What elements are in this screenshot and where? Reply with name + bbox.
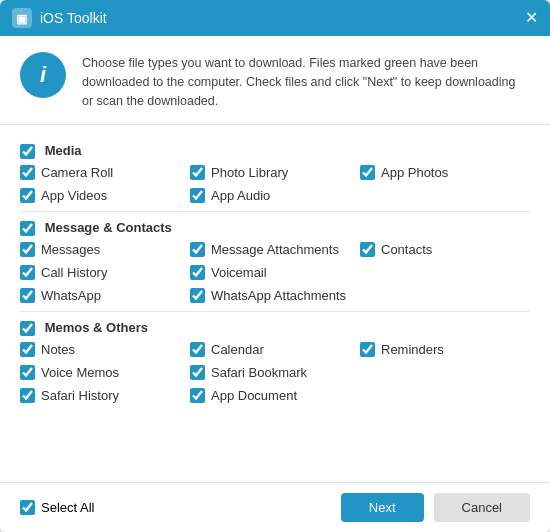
select-all-checkbox[interactable]	[20, 500, 35, 515]
list-item: App Videos	[20, 186, 190, 205]
app-photos-checkbox[interactable]	[360, 165, 375, 180]
info-icon: i	[20, 52, 66, 98]
whatsapp-attachments-checkbox[interactable]	[190, 288, 205, 303]
divider-2	[20, 311, 530, 312]
contacts-label: Contacts	[381, 242, 432, 257]
section-header-message: Message & Contacts	[20, 220, 530, 236]
calendar-label: Calendar	[211, 342, 264, 357]
media-grid: Camera Roll Photo Library App Photos App…	[20, 163, 530, 205]
info-text: Choose file types you want to download. …	[82, 52, 530, 110]
safari-bookmark-checkbox[interactable]	[190, 365, 205, 380]
safari-bookmark-label: Safari Bookmark	[211, 365, 307, 380]
list-item: Messages	[20, 240, 190, 259]
select-all-label: Select All	[41, 500, 94, 515]
message-attachments-label: Message Attachments	[211, 242, 339, 257]
reminders-label: Reminders	[381, 342, 444, 357]
list-item: Camera Roll	[20, 163, 190, 182]
app-icon: ▣	[12, 8, 32, 28]
reminders-checkbox[interactable]	[360, 342, 375, 357]
list-item: Safari Bookmark	[190, 363, 360, 382]
safari-history-label: Safari History	[41, 388, 119, 403]
info-bar: i Choose file types you want to download…	[0, 36, 550, 125]
photo-library-checkbox[interactable]	[190, 165, 205, 180]
next-button[interactable]: Next	[341, 493, 424, 522]
list-item: Voice Memos	[20, 363, 190, 382]
list-item: App Audio	[190, 186, 360, 205]
app-photos-label: App Photos	[381, 165, 448, 180]
whatsapp-label: WhatsApp	[41, 288, 101, 303]
section-media-checkbox[interactable]	[20, 144, 35, 159]
list-item: Safari History	[20, 386, 190, 405]
voicemail-checkbox[interactable]	[190, 265, 205, 280]
whatsapp-attachments-label: WhatsApp Attachments	[211, 288, 346, 303]
main-window: ▣ iOS Toolkit ✕ i Choose file types you …	[0, 0, 550, 532]
photo-library-label: Photo Library	[211, 165, 288, 180]
camera-roll-label: Camera Roll	[41, 165, 113, 180]
call-history-label: Call History	[41, 265, 107, 280]
section-header-media: Media	[20, 143, 530, 159]
list-item: App Photos	[360, 163, 530, 182]
memos-grid: Notes Calendar Reminders Voice Memos Saf…	[20, 340, 530, 405]
list-item: Calendar	[190, 340, 360, 359]
camera-roll-checkbox[interactable]	[20, 165, 35, 180]
app-videos-checkbox[interactable]	[20, 188, 35, 203]
notes-label: Notes	[41, 342, 75, 357]
message-grid: Messages Message Attachments Contacts Ca…	[20, 240, 530, 305]
calendar-checkbox[interactable]	[190, 342, 205, 357]
section-message-checkbox[interactable]	[20, 221, 35, 236]
list-item: Notes	[20, 340, 190, 359]
footer-buttons: Next Cancel	[341, 493, 530, 522]
list-item	[360, 263, 530, 282]
voicemail-label: Voicemail	[211, 265, 267, 280]
message-attachments-checkbox[interactable]	[190, 242, 205, 257]
app-videos-label: App Videos	[41, 188, 107, 203]
app-audio-checkbox[interactable]	[190, 188, 205, 203]
whatsapp-checkbox[interactable]	[20, 288, 35, 303]
app-audio-label: App Audio	[211, 188, 270, 203]
cancel-button[interactable]: Cancel	[434, 493, 530, 522]
list-item: App Document	[190, 386, 360, 405]
safari-history-checkbox[interactable]	[20, 388, 35, 403]
voice-memos-label: Voice Memos	[41, 365, 119, 380]
window-title: iOS Toolkit	[40, 10, 525, 26]
divider-1	[20, 211, 530, 212]
app-document-label: App Document	[211, 388, 297, 403]
messages-label: Messages	[41, 242, 100, 257]
section-memos-checkbox[interactable]	[20, 321, 35, 336]
list-item: Contacts	[360, 240, 530, 259]
content-area: Media Camera Roll Photo Library App Phot…	[0, 125, 550, 482]
footer: Select All Next Cancel	[0, 482, 550, 532]
contacts-checkbox[interactable]	[360, 242, 375, 257]
list-item: Reminders	[360, 340, 530, 359]
list-item: Photo Library	[190, 163, 360, 182]
voice-memos-checkbox[interactable]	[20, 365, 35, 380]
notes-checkbox[interactable]	[20, 342, 35, 357]
close-button[interactable]: ✕	[525, 10, 538, 26]
select-all-area: Select All	[20, 500, 341, 515]
list-item: WhatsApp	[20, 286, 190, 305]
title-bar: ▣ iOS Toolkit ✕	[0, 0, 550, 36]
list-item: WhatsApp Attachments	[190, 286, 360, 305]
app-document-checkbox[interactable]	[190, 388, 205, 403]
list-item: Voicemail	[190, 263, 360, 282]
svg-text:▣: ▣	[16, 12, 27, 26]
section-header-memos: Memos & Others	[20, 320, 530, 336]
messages-checkbox[interactable]	[20, 242, 35, 257]
list-item	[360, 363, 530, 382]
list-item: Message Attachments	[190, 240, 360, 259]
call-history-checkbox[interactable]	[20, 265, 35, 280]
list-item: Call History	[20, 263, 190, 282]
